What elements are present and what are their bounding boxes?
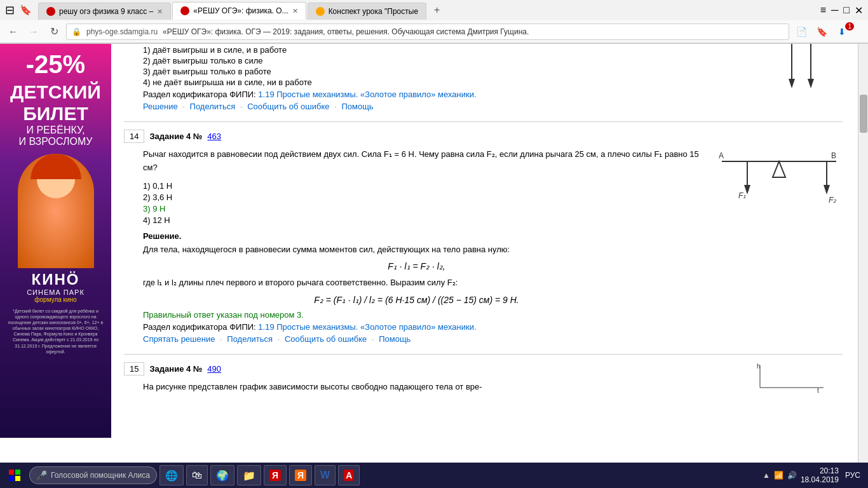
tray-network[interactable]: 📶 xyxy=(774,471,783,480)
window-controls: ≡ ─ □ ✕ xyxy=(820,4,863,17)
ie-icon: 🌐 xyxy=(165,470,178,482)
svg-marker-15 xyxy=(824,185,830,194)
q14-option-1: 1) 0,1 Н xyxy=(143,181,709,191)
q13-kodif-prefix: Раздел кодификатора ФИПИ: xyxy=(143,90,258,99)
taskbar-browser2[interactable]: 🌍 xyxy=(210,465,234,485)
svg-rect-23 xyxy=(15,476,20,481)
svg-rect-20 xyxy=(9,470,14,475)
word-icon: W xyxy=(320,470,330,481)
q13-bottom: 1) даёт выигрыш и в силе, и в работе 2) … xyxy=(124,44,843,114)
reader-mode-button[interactable]: 📄 xyxy=(793,24,810,40)
store-icon: 🛍 xyxy=(192,470,202,481)
taskbar-pdf[interactable]: A xyxy=(338,465,360,485)
title-bar: ⊟ 🔖 решу огэ физика 9 класс – ✕ «РЕШУ ОГ… xyxy=(0,0,868,20)
q13-option-2: 2) даёт выигрыш только в силе xyxy=(143,56,741,65)
tab-1-close[interactable]: ✕ xyxy=(157,8,163,16)
q14-action-hide[interactable]: Спрятать решение xyxy=(143,334,215,344)
start-button[interactable] xyxy=(3,467,27,484)
cortana-label: Голосовой помощник Алиса xyxy=(51,471,150,480)
taskbar-word[interactable]: W xyxy=(315,465,336,485)
q13-action-share[interactable]: Поделиться xyxy=(190,102,236,111)
taskbar-store[interactable]: 🛍 xyxy=(186,465,208,485)
q14-kodif-row: Раздел кодификатора ФИПИ: 1.19 Простые м… xyxy=(143,322,709,332)
q14-kodif-prefix: Раздел кодификатора ФИПИ: xyxy=(143,322,258,332)
window-close-btn[interactable]: ✕ xyxy=(855,4,863,17)
yandex-icon: Я xyxy=(269,470,281,481)
tab-1[interactable]: решу огэ физика 9 класс – ✕ xyxy=(38,3,171,20)
address-bar[interactable]: 🔒 phys-oge.sdamgia.ru «РЕШУ ОГЭ»: физика… xyxy=(66,24,789,40)
q13-action-solution[interactable]: Решение xyxy=(143,102,178,111)
ad-image[interactable]: -25% ДЕТСКИЙ БИЛЕТ И РЕБЁНКУ, И ВЗРОСЛОМ… xyxy=(0,44,111,438)
svg-text:h: h xyxy=(757,363,761,370)
window-menu-icon[interactable]: ≡ xyxy=(820,4,826,16)
q15-header: 15 Задание 4 №490 xyxy=(124,362,747,376)
tab-2[interactable]: «РЕШУ ОГЭ»: физика. О... ✕ xyxy=(172,2,306,20)
refresh-button[interactable]: ↻ xyxy=(46,24,62,40)
files-icon: 📁 xyxy=(243,470,255,482)
forward-button[interactable]: → xyxy=(25,24,42,40)
q14-task-num-link[interactable]: 463 xyxy=(207,132,221,141)
back-button[interactable]: ← xyxy=(5,24,22,40)
window-pin-icon[interactable]: 🔖 xyxy=(20,4,32,16)
q14-action-help[interactable]: Помощь xyxy=(379,334,410,344)
q14-sep2: · xyxy=(278,334,280,344)
page-wrapper: -25% ДЕТСКИЙ БИЛЕТ И РЕБЁНКУ, И ВЗРОСЛОМ… xyxy=(0,44,868,468)
sidebar-ad: -25% ДЕТСКИЙ БИЛЕТ И РЕБЁНКУ, И ВЗРОСЛОМ… xyxy=(0,44,111,468)
bookmark-button[interactable]: 🔖 xyxy=(813,24,830,40)
nav-bar: ← → ↻ 🔒 phys-oge.sdamgia.ru «РЕШУ ОГЭ»: … xyxy=(0,20,868,43)
address-site-name: «РЕШУ ОГЭ»: физика. ОГЭ — 2019: задания,… xyxy=(163,27,529,36)
tab-2-favicon xyxy=(180,6,189,15)
clock-area[interactable]: 20:13 18.04.2019 xyxy=(801,466,839,484)
window-minimize-btn[interactable]: ─ xyxy=(831,4,838,16)
tray-sound[interactable]: 🔊 xyxy=(787,471,797,480)
q14-sep1: · xyxy=(220,334,222,344)
cortana-area[interactable]: 🎤 Голосовой помощник Алиса xyxy=(29,466,157,484)
lever-f2-label: F₂ xyxy=(829,196,837,205)
tab-1-label: решу огэ физика 9 класс – xyxy=(59,7,153,16)
tab-3[interactable]: Конспект урока "Простые xyxy=(308,3,426,20)
content-scroll[interactable]: 1) даёт выигрыш и в силе, и в работе 2) … xyxy=(124,44,845,443)
ad-kino-sub2: формула кино xyxy=(34,296,76,303)
q13-sep2: · xyxy=(240,102,243,111)
taskbar-files[interactable]: 📁 xyxy=(237,465,261,485)
q14-answer: Правильный ответ указан под номером 3. xyxy=(143,310,709,320)
ad-kino: КИНÖ xyxy=(32,271,80,288)
window-minimize-icon[interactable]: ⊟ xyxy=(5,3,15,17)
q13-action-help[interactable]: Помощь xyxy=(341,102,373,111)
q13-sep1: · xyxy=(182,102,185,111)
q14-action-report[interactable]: Сообщить об ошибке xyxy=(285,334,367,344)
q14-action-share[interactable]: Поделиться xyxy=(227,334,273,344)
q14-formula1: F₁ · l₁ = F₂ · l₂, xyxy=(124,261,709,271)
q14-formula2-text: F₂ = (F₁ · l₁) / l₂ = (6 Н·15 см) / ((25… xyxy=(314,295,519,305)
tray-lang: РУС xyxy=(845,471,860,480)
q14-formula1-text: F₁ · l₁ = F₂ · l₂, xyxy=(388,261,445,271)
q14-block: 14 Задание 4 №463 Рычаг находится в равн… xyxy=(124,130,843,346)
svg-marker-11 xyxy=(773,161,785,177)
scrollbar-thumb[interactable] xyxy=(860,95,867,133)
q13-option-3: 3) даёт выигрыш только в работе xyxy=(143,67,741,76)
q14-kodif-link[interactable]: 1.19 Простые механизмы. «Золотое правило… xyxy=(258,322,476,332)
svg-text:t: t xyxy=(817,387,819,394)
q14-option-2: 2) 3,6 Н xyxy=(143,193,709,202)
q15-task-num-link[interactable]: 490 xyxy=(207,364,221,374)
taskbar-yandex[interactable]: Я xyxy=(264,465,287,485)
window-restore-btn[interactable]: □ xyxy=(843,4,850,16)
scrollbar[interactable] xyxy=(858,44,868,468)
new-tab-button[interactable]: + xyxy=(428,1,446,20)
pulley-svg xyxy=(747,44,836,95)
svg-marker-6 xyxy=(789,79,795,88)
browser2-icon: 🌍 xyxy=(216,470,229,482)
taskbar-yandex2[interactable]: Я xyxy=(289,465,312,485)
ad-illustration xyxy=(18,154,94,268)
q13-kodif-link[interactable]: 1.19 Простые механизмы. «Золотое правило… xyxy=(258,90,476,99)
q13-option-4: 4) не даёт выигрыша ни в силе, ни в рабо… xyxy=(143,78,741,87)
tray-expand[interactable]: ▲ xyxy=(763,471,770,480)
q14-options: 1) 0,1 Н 2) 3,6 Н 3) 9 Н 4) 12 Н xyxy=(143,181,709,225)
tab-2-close[interactable]: ✕ xyxy=(292,7,298,15)
taskbar-ie[interactable]: 🌐 xyxy=(159,465,184,485)
browser-chrome: ⊟ 🔖 решу огэ физика 9 класс – ✕ «РЕШУ ОГ… xyxy=(0,0,868,44)
q13-action-report[interactable]: Сообщить об ошибке xyxy=(247,102,329,111)
svg-rect-22 xyxy=(9,476,14,481)
pdf-icon: A xyxy=(344,470,354,481)
lever-label-b: B xyxy=(831,151,836,160)
